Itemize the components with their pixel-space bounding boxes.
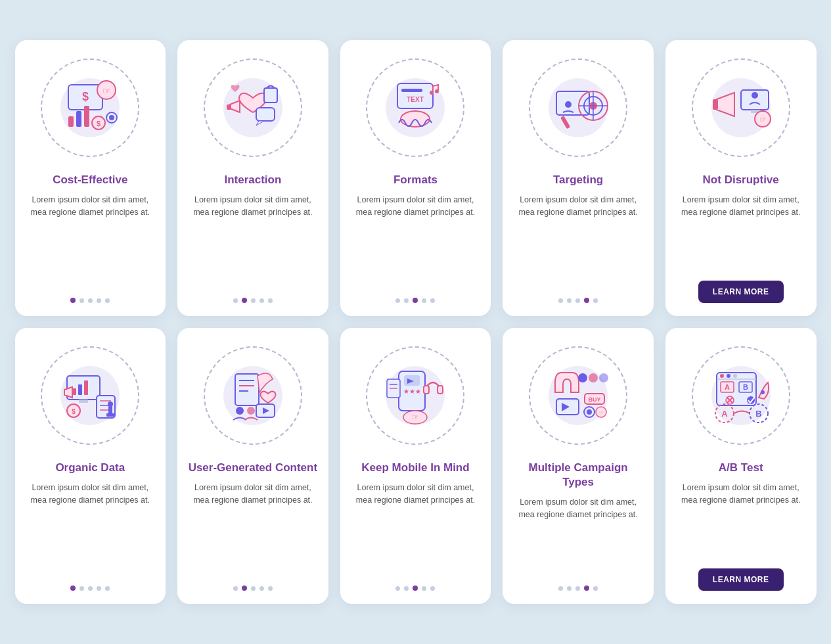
svg-rect-26 [560,116,570,129]
card-desc: Lorem ipsum dolor sit dim amet, mea regi… [676,482,806,559]
svg-rect-6 [84,106,89,127]
svg-rect-61 [438,386,443,394]
dot-5 [268,298,273,303]
svg-text:$: $ [72,408,76,415]
dot-2 [79,586,84,591]
pagination-dots [395,298,435,303]
svg-point-27 [565,101,572,108]
dot-3 [413,298,418,303]
illustration-cost-effective: $ ☞ $ [34,52,146,164]
illustration-targeting [522,52,634,164]
svg-text:B: B [743,383,748,391]
illustration-formats: TEXT [359,52,471,164]
card-keep-mobile-in-mind: ★★★ ☞ Keep Mobile In Mind Lorem ipsum do… [340,328,491,604]
card-targeting: Targeting Lorem ipsum dolor sit dim amet… [503,40,654,316]
svg-point-53 [247,407,255,415]
dot-1 [233,586,238,591]
dot-4 [584,298,589,303]
card-organic-data: $ Organic Data Lorem ipsum dolor sit dim… [15,328,166,604]
card-desc: Lorem ipsum dolor sit dim amet, mea regi… [188,482,318,576]
illustration-interaction [197,52,309,164]
svg-text:A: A [725,383,730,391]
illustration-not-disruptive: ☞ [685,52,797,164]
dot-4 [259,298,264,303]
svg-point-47 [108,402,113,407]
card-desc: Lorem ipsum dolor sit dim amet, mea regi… [26,482,156,576]
card-title: Targeting [553,173,603,187]
svg-text:☞: ☞ [759,115,766,124]
dot-5 [105,586,110,591]
svg-point-68 [589,373,598,382]
svg-point-69 [599,373,608,382]
svg-rect-38 [84,380,88,395]
dot-5 [593,586,598,591]
card-not-disruptive: ☞ Not Disruptive Lorem ipsum dolor sit d… [665,40,817,316]
svg-rect-48 [235,374,259,405]
dot-5 [430,298,435,303]
pagination-dots [70,298,110,303]
svg-rect-11 [256,108,275,121]
card-desc: Lorem ipsum dolor sit dim amet, mea regi… [513,496,643,576]
card-grid: $ ☞ $ Cost-Effective Lorem ips [15,40,817,604]
dot-5 [268,586,273,591]
dot-4 [422,298,426,303]
card-title: Organic Data [55,461,125,475]
dot-5 [105,298,110,303]
learn-more-button[interactable]: LEARN MORE [698,281,784,303]
card-ab-test: A B A [665,328,817,604]
svg-text:B: B [755,409,761,419]
svg-point-67 [578,373,587,382]
illustration-ugc [197,340,309,451]
svg-rect-46 [108,405,112,415]
card-title: User-Generated Content [189,461,317,475]
dot-2 [404,298,409,303]
card-desc: Lorem ipsum dolor sit dim amet, mea regi… [26,194,156,288]
dot-4 [259,586,264,591]
card-title: Multiple Campaign Types [513,461,643,490]
svg-rect-60 [424,386,429,394]
svg-text:$: $ [82,90,89,103]
svg-text:☞: ☞ [412,413,419,422]
dot-4 [422,586,426,591]
pagination-dots [233,298,273,303]
illustration-organic-data: $ [34,340,146,451]
card-title: Keep Mobile In Mind [361,461,469,475]
svg-text:★★★: ★★★ [403,388,421,395]
dot-1 [558,586,563,591]
card-desc: Lorem ipsum dolor sit dim amet, mea regi… [188,194,318,288]
svg-point-75 [587,409,592,415]
svg-point-18 [430,91,434,95]
dot-2 [242,586,247,591]
card-desc: Lorem ipsum dolor sit dim amet, mea regi… [676,194,806,271]
pagination-dots [558,298,598,303]
dot-4 [584,586,589,591]
svg-point-31 [752,92,758,99]
card-desc: Lorem ipsum dolor sit dim amet, mea regi… [513,194,643,288]
card-multiple-campaign-types: BUY ☞ Multiple Campaign Types Lorem ipsu… [503,328,654,604]
dot-1 [558,298,563,303]
dot-3 [575,298,580,303]
dot-1 [70,298,76,303]
svg-rect-28 [713,99,718,110]
card-cost-effective: $ ☞ $ Cost-Effective Lorem ips [15,40,166,316]
card-title: Interaction [224,173,281,187]
learn-more-button-2[interactable]: LEARN MORE [698,568,784,591]
card-desc: Lorem ipsum dolor sit dim amet, mea regi… [351,194,481,288]
dot-2 [79,298,84,303]
svg-point-82 [733,374,737,378]
dot-2 [404,586,409,591]
svg-rect-37 [78,384,82,395]
illustration-campaigns: BUY ☞ [522,340,634,451]
svg-rect-12 [227,104,231,110]
svg-rect-5 [76,111,81,127]
pagination-dots [395,586,435,591]
dot-1 [70,586,76,591]
svg-text:A: A [721,409,728,419]
pagination-dots [70,586,110,591]
svg-point-80 [720,374,724,378]
dot-5 [593,298,598,303]
card-user-generated-content: User-Generated Content Lorem ipsum dolor… [177,328,328,604]
card-title: Not Disruptive [703,173,779,187]
dot-3 [88,298,93,303]
dot-1 [395,586,400,591]
